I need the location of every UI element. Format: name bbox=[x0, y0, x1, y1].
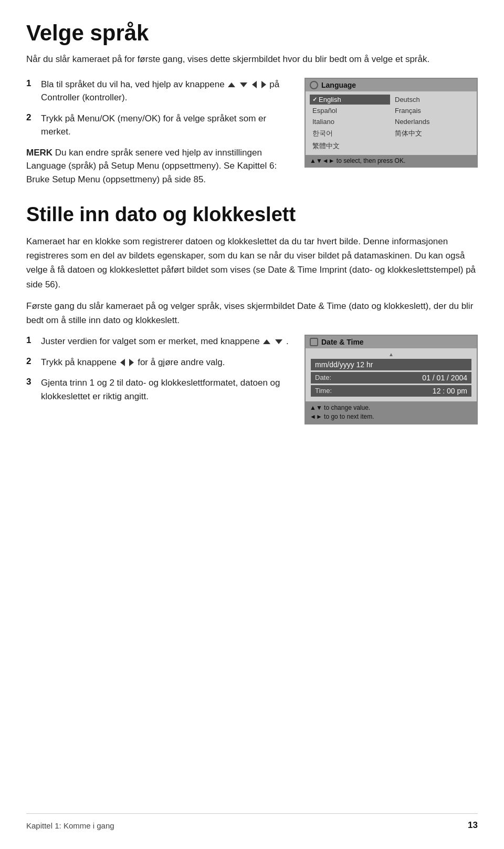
page-title: Velge språk bbox=[26, 21, 478, 45]
step-1-text: Bla til språket du vil ha, ved hjelp av … bbox=[41, 78, 289, 105]
language-grid: ✓ English Deutsch Español Français Itali… bbox=[306, 91, 477, 155]
language-item-deutsch[interactable]: Deutsch bbox=[392, 95, 472, 105]
time-label: Time: bbox=[315, 387, 332, 395]
language-box: Language ✓ English Deutsch Español Franç… bbox=[304, 78, 478, 168]
language-item-english[interactable]: ✓ English bbox=[310, 95, 390, 105]
datetime-row-format: mm/dd/yyyy 12 hr bbox=[311, 359, 471, 370]
step-2b-text: Trykk på knappene for å gjøre andre valg… bbox=[41, 356, 225, 369]
up-arrow-indicator: ▲ bbox=[311, 351, 471, 357]
footer-page-number: 13 bbox=[468, 820, 478, 831]
datetime-body: ▲ mm/dd/yyyy 12 hr Date: 01 / 01 / 2004 … bbox=[306, 348, 477, 401]
merk-content: Du kan endre språk senere ved hjelp av i… bbox=[26, 148, 277, 184]
language-item-italiano[interactable]: Italiano bbox=[310, 117, 390, 127]
datetime-title: Date & Time bbox=[321, 338, 364, 346]
arrow-down-icon-2 bbox=[275, 339, 282, 344]
language-box-footer: ▲▼◄► to select, then press OK. bbox=[306, 155, 477, 167]
section2-title: Stille inn dato og klokkeslett bbox=[26, 204, 478, 226]
step-1b-text: Juster verdien for valget som er merket,… bbox=[41, 335, 289, 348]
arrow-up-icon bbox=[228, 82, 235, 87]
datetime-box: Date & Time ▲ mm/dd/yyyy 12 hr Date: 01 … bbox=[304, 335, 478, 424]
language-selector-panel: Language ✓ English Deutsch Español Franç… bbox=[304, 78, 478, 168]
arrow-up-icon-2 bbox=[263, 339, 270, 344]
merk-text: MERK Du kan endre språk senere ved hjelp… bbox=[26, 146, 289, 187]
step-2-number: 2 bbox=[26, 112, 36, 139]
datetime-footer-line2: ◄► to go to next item. bbox=[310, 412, 472, 421]
language-item-nederlands[interactable]: Nederlands bbox=[392, 117, 472, 127]
datetime-footer: ▲▼ to change value. ◄► to go to next ite… bbox=[306, 401, 477, 423]
step-2b: 2 Trykk på knappene for å gjøre andre va… bbox=[26, 356, 289, 369]
checkmark-icon: ✓ bbox=[312, 96, 317, 103]
body-text-2: Første gang du slår kameraet på og velge… bbox=[26, 299, 478, 327]
arrow-right-icon bbox=[261, 81, 266, 88]
arrow-left-icon-2 bbox=[120, 359, 125, 366]
merk-block: MERK Du kan endre språk senere ved hjelp… bbox=[26, 146, 289, 187]
language-item-francais[interactable]: Français bbox=[392, 106, 472, 116]
step-1: 1 Bla til språket du vil ha, ved hjelp a… bbox=[26, 78, 289, 105]
language-box-title: Language bbox=[321, 81, 356, 89]
language-item-korean[interactable]: 한국어 bbox=[310, 128, 390, 139]
datetime-clock-icon bbox=[310, 338, 318, 346]
page-footer: Kapittel 1: Komme i gang 13 bbox=[26, 813, 478, 831]
body-text-1: Kameraet har en klokke som registrerer d… bbox=[26, 234, 478, 292]
two-col-section: 1 Bla til språket du vil ha, ved hjelp a… bbox=[26, 78, 478, 197]
page: Velge språk Når du slår kameraet på for … bbox=[0, 0, 504, 849]
step-2-text: Trykk på Menu/OK (meny/OK) for å velge s… bbox=[41, 112, 289, 139]
step-2b-number: 2 bbox=[26, 356, 36, 369]
step-1-number: 1 bbox=[26, 78, 36, 105]
step-3b-number: 3 bbox=[26, 377, 36, 403]
arrow-right-icon-2 bbox=[129, 359, 134, 366]
datetime-section: 1 Juster verdien for valget som er merke… bbox=[26, 335, 478, 424]
language-item-traditional-chinese[interactable]: 繁體中文 bbox=[310, 140, 390, 152]
language-globe-icon bbox=[310, 81, 318, 89]
date-label: Date: bbox=[315, 374, 331, 382]
step-1b: 1 Juster verdien for valget som er merke… bbox=[26, 335, 289, 348]
datetime-row-time: Time: 12 : 00 pm bbox=[311, 385, 471, 397]
arrow-left-icon bbox=[252, 81, 257, 88]
date-value: 01 / 01 / 2004 bbox=[422, 374, 467, 382]
datetime-row-date: Date: 01 / 01 / 2004 bbox=[311, 372, 471, 384]
datetime-header: Date & Time bbox=[306, 336, 477, 348]
intro-text: Når du slår kameraet på for første gang,… bbox=[26, 53, 478, 66]
step-1b-number: 1 bbox=[26, 335, 36, 348]
step-2: 2 Trykk på Menu/OK (meny/OK) for å velge… bbox=[26, 112, 289, 139]
step-3b-text: Gjenta trinn 1 og 2 til dato- og klokkes… bbox=[41, 376, 289, 403]
datetime-steps: 1 Juster verdien for valget som er merke… bbox=[26, 335, 289, 410]
arrow-down-icon bbox=[240, 82, 247, 87]
time-value: 12 : 00 pm bbox=[433, 387, 467, 395]
footer-chapter: Kapittel 1: Komme i gang bbox=[26, 821, 114, 830]
left-steps: 1 Bla til språket du vil ha, ved hjelp a… bbox=[26, 78, 289, 197]
datetime-footer-line1: ▲▼ to change value. bbox=[310, 403, 472, 412]
datetime-box-panel: Date & Time ▲ mm/dd/yyyy 12 hr Date: 01 … bbox=[304, 335, 478, 424]
language-item-espanol[interactable]: Español bbox=[310, 106, 390, 116]
merk-bold-label: MERK bbox=[26, 148, 52, 158]
language-item-simplified-chinese[interactable]: 简体中文 bbox=[392, 128, 472, 139]
language-box-header: Language bbox=[306, 79, 477, 91]
step-3b: 3 Gjenta trinn 1 og 2 til dato- og klokk… bbox=[26, 376, 289, 403]
